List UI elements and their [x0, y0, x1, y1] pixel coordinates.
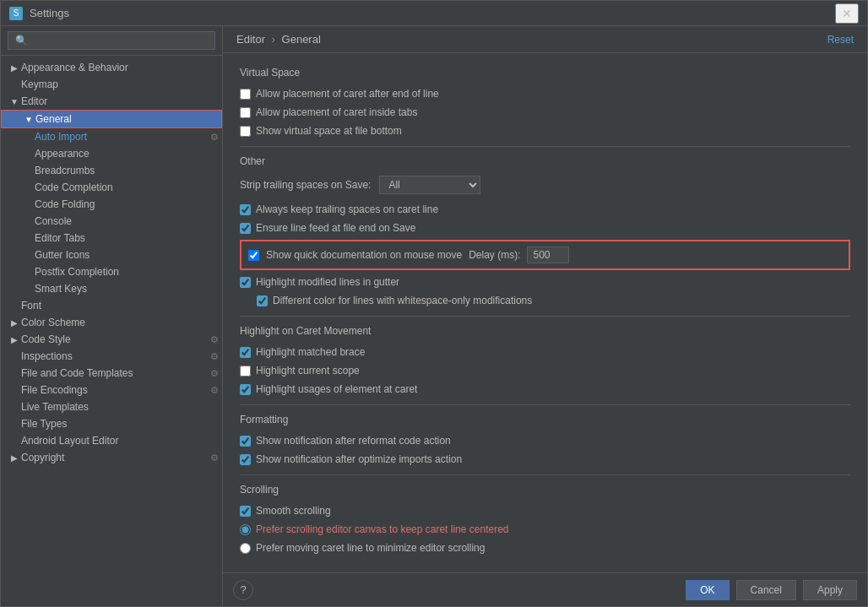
sidebar-item-file-encodings[interactable]: File Encodings ⚙ [1, 382, 222, 398]
checkbox-hc3-input[interactable] [240, 384, 251, 395]
sidebar-item-keymap[interactable]: Keymap [1, 76, 222, 93]
checkbox-hc1-label[interactable]: Highlight matched brace [256, 346, 365, 358]
sidebar-item-code-style[interactable]: ▶ Code Style ⚙ [1, 331, 222, 348]
sidebar-item-gutter-icons[interactable]: Gutter Icons [1, 247, 222, 263]
checkbox-vs3-label[interactable]: Show virtual space at file bottom [256, 125, 402, 137]
sidebar-item-code-folding[interactable]: Code Folding [1, 196, 222, 213]
checkbox-hc3: Highlight usages of element at caret [240, 382, 850, 396]
sidebar-item-font[interactable]: Font [1, 297, 222, 314]
checkbox-f1: Show notification after reformat code ac… [240, 434, 850, 447]
sidebar-item-appearance[interactable]: Appearance [1, 145, 222, 162]
checkbox-o1-label[interactable]: Always keep trailing spaces on caret lin… [256, 203, 438, 215]
checkbox-vs2-input[interactable] [240, 107, 251, 118]
checkbox-o1: Always keep trailing spaces on caret lin… [240, 203, 850, 216]
checkbox-f1-label[interactable]: Show notification after reformat code ac… [256, 435, 451, 447]
sidebar-item-label: Code Folding [35, 198, 95, 210]
arrow-icon: ▶ [8, 63, 21, 73]
delay-input[interactable] [527, 247, 569, 263]
checkbox-f2-label[interactable]: Show notification after optimize imports… [256, 453, 462, 465]
sidebar-item-editor-tabs[interactable]: Editor Tabs [1, 230, 222, 247]
gear-icon: ⚙ [210, 351, 219, 362]
search-input[interactable] [8, 31, 215, 50]
radio-r2: Prefer moving caret line to minimize edi… [240, 541, 850, 555]
scrolling-title: Scrolling [240, 484, 850, 496]
checkbox-o3-input[interactable] [240, 277, 251, 288]
checkbox-f2: Show notification after optimize imports… [240, 453, 850, 466]
sidebar-item-android-layout-editor[interactable]: Android Layout Editor [1, 432, 222, 449]
sidebar: ▶ Appearance & Behavior Keymap ▼ Editor … [1, 26, 223, 606]
sidebar-item-label: File and Code Templates [21, 367, 133, 379]
sidebar-item-copyright[interactable]: ▶ Copyright ⚙ [1, 449, 222, 466]
quick-doc-checkbox[interactable] [248, 250, 259, 261]
sidebar-item-appearance-behavior[interactable]: ▶ Appearance & Behavior [1, 59, 222, 76]
sidebar-item-color-scheme[interactable]: ▶ Color Scheme [1, 314, 222, 331]
checkbox-hc1-input[interactable] [240, 347, 251, 358]
breadcrumb-bar: Editor › General Reset [223, 26, 867, 53]
checkbox-o3: Highlight modified lines in gutter [240, 275, 850, 289]
sidebar-item-code-completion[interactable]: Code Completion [1, 179, 222, 196]
settings-content: Virtual Space Allow placement of caret a… [223, 53, 867, 572]
checkbox-f2-input[interactable] [240, 454, 251, 465]
sidebar-item-label: Gutter Icons [35, 249, 90, 261]
checkbox-sc1-input[interactable] [240, 506, 251, 517]
checkbox-vs3-input[interactable] [240, 126, 251, 137]
arrow-icon: ▼ [22, 115, 35, 124]
checkbox-vs1: Allow placement of caret after end of li… [240, 87, 850, 100]
checkbox-vs1-input[interactable] [240, 89, 251, 100]
sidebar-item-editor[interactable]: ▼ Editor [1, 93, 222, 110]
checkbox-hc1: Highlight matched brace [240, 345, 850, 359]
quick-doc-label[interactable]: Show quick documentation on mouse move [266, 249, 462, 261]
help-button[interactable]: ? [233, 580, 253, 600]
sidebar-item-label: Postfix Completion [35, 266, 119, 278]
apply-button[interactable]: Apply [803, 580, 857, 600]
sidebar-item-label: Live Templates [21, 401, 89, 413]
sidebar-item-general[interactable]: ▼ General [1, 110, 222, 128]
sidebar-item-label: File Encodings [21, 384, 88, 396]
settings-window: S Settings ✕ ▶ Appearance & Behavior Key… [0, 0, 868, 607]
ok-button[interactable]: OK [686, 580, 729, 600]
radio-r2-label[interactable]: Prefer moving caret line to minimize edi… [256, 542, 485, 554]
radio-r1-input[interactable] [240, 524, 251, 535]
sidebar-item-label: Android Layout Editor [21, 435, 118, 447]
sidebar-item-inspections[interactable]: Inspections ⚙ [1, 348, 222, 365]
cancel-button[interactable]: Cancel [736, 580, 796, 600]
strip-trailing-dropdown[interactable]: All None Modified Lines [379, 176, 480, 194]
sidebar-item-postfix-completion[interactable]: Postfix Completion [1, 263, 222, 280]
sidebar-item-label: Breadcrumbs [35, 165, 95, 176]
checkbox-sc1-label[interactable]: Smooth scrolling [256, 505, 331, 517]
checkbox-o3-label[interactable]: Highlight modified lines in gutter [256, 276, 399, 288]
sidebar-item-console[interactable]: Console [1, 213, 222, 230]
sidebar-item-label: Keymap [21, 79, 58, 90]
footer: ? OK Cancel Apply [223, 572, 867, 606]
sidebar-item-live-templates[interactable]: Live Templates [1, 398, 222, 415]
checkbox-o1-input[interactable] [240, 204, 251, 215]
radio-r2-input[interactable] [240, 543, 251, 554]
checkbox-o4-label[interactable]: Different color for lines with whitespac… [273, 295, 532, 306]
reset-button[interactable]: Reset [827, 34, 854, 46]
checkbox-o2-label[interactable]: Ensure line feed at file end on Save [256, 222, 415, 234]
radio-r1-label[interactable]: Prefer scrolling editor canvas to keep c… [256, 523, 509, 535]
checkbox-vs2-label[interactable]: Allow placement of caret inside tabs [256, 106, 417, 118]
checkbox-o4-input[interactable] [257, 295, 268, 306]
sidebar-item-file-types[interactable]: File Types [1, 415, 222, 432]
sidebar-item-file-and-code-templates[interactable]: File and Code Templates ⚙ [1, 365, 222, 382]
checkbox-vs1-label[interactable]: Allow placement of caret after end of li… [256, 88, 439, 100]
sidebar-item-smart-keys[interactable]: Smart Keys [1, 280, 222, 297]
checkbox-o2-input[interactable] [240, 223, 251, 234]
checkbox-vs3: Show virtual space at file bottom [240, 124, 850, 138]
checkbox-vs2: Allow placement of caret inside tabs [240, 106, 850, 119]
checkbox-hc2-input[interactable] [240, 366, 251, 377]
search-box [1, 26, 222, 56]
sidebar-item-auto-import[interactable]: Auto Import ⚙ [1, 128, 222, 145]
close-button[interactable]: ✕ [835, 3, 859, 24]
checkbox-hc2-label[interactable]: Highlight current scope [256, 365, 360, 377]
arrow-icon: ▶ [8, 453, 21, 463]
checkbox-f1-input[interactable] [240, 436, 251, 447]
sidebar-item-label: Editor [21, 95, 47, 107]
sidebar-item-breadcrumbs[interactable]: Breadcrumbs [1, 162, 222, 179]
sidebar-item-label: Auto Import [35, 131, 87, 143]
checkbox-hc3-label[interactable]: Highlight usages of element at caret [256, 383, 417, 395]
sidebar-item-label: Inspections [21, 350, 73, 362]
window-title: Settings [30, 7, 835, 19]
breadcrumb: Editor › General [236, 33, 321, 46]
